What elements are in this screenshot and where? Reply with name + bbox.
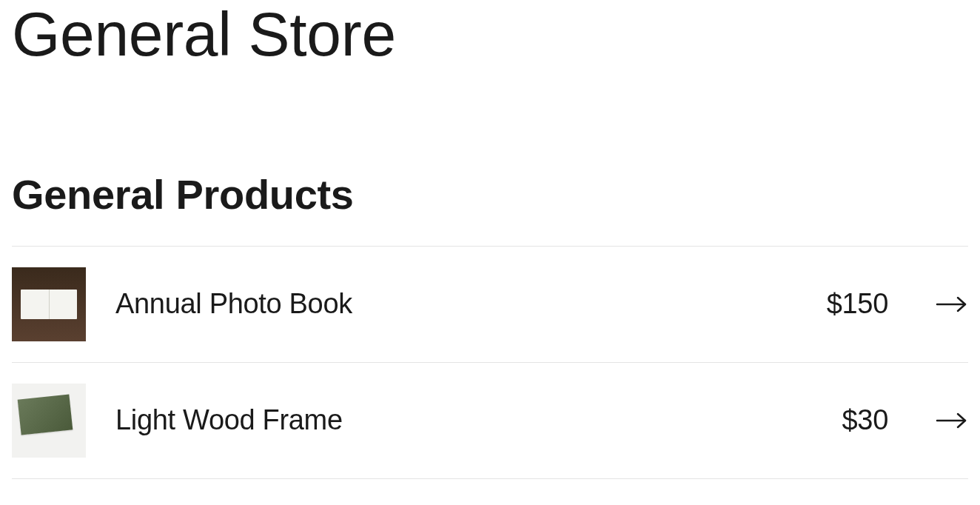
arrow-right-icon[interactable]	[936, 409, 968, 432]
page-title: General Store	[12, 0, 968, 68]
product-price: $150	[827, 288, 888, 320]
product-price: $30	[842, 404, 888, 436]
product-name: Light Wood Frame	[115, 404, 813, 436]
product-name: Annual Photo Book	[115, 288, 797, 320]
product-row[interactable]: Annual Photo Book $150	[12, 247, 968, 363]
section-title: General Products	[12, 172, 968, 218]
product-thumbnail	[12, 384, 86, 458]
arrow-right-icon[interactable]	[936, 292, 968, 316]
product-row[interactable]: Light Wood Frame $30	[12, 363, 968, 479]
product-list: Annual Photo Book $150 Light Wood Frame …	[12, 246, 968, 479]
product-thumbnail	[12, 267, 86, 341]
